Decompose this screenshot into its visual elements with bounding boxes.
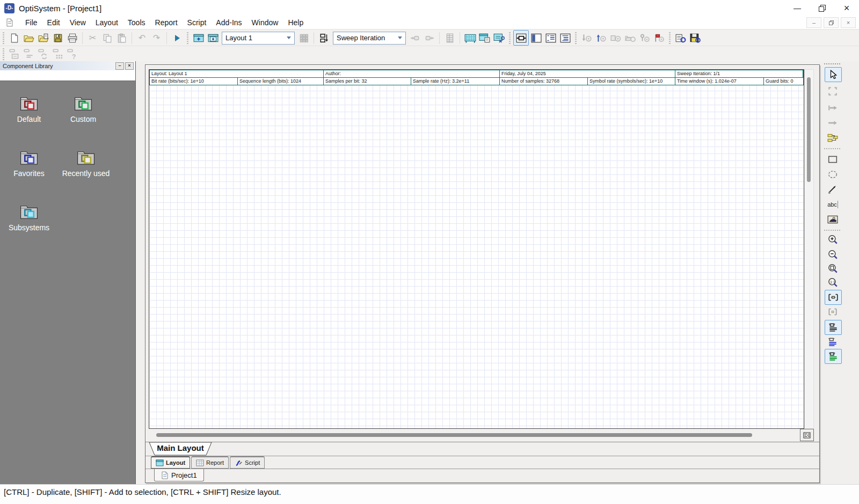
save-button[interactable] xyxy=(50,31,65,45)
menu-help[interactable]: Help xyxy=(283,17,308,28)
menu-window[interactable]: Window xyxy=(247,17,283,28)
script-component-button[interactable] xyxy=(608,31,623,45)
library-details-button[interactable] xyxy=(7,47,21,61)
new-project-button[interactable] xyxy=(7,31,21,45)
toolbar-grip[interactable] xyxy=(509,32,511,44)
library-icons-button[interactable] xyxy=(50,47,65,61)
copy-button[interactable] xyxy=(100,31,114,45)
folder-favorites[interactable]: Favorites xyxy=(2,149,56,178)
script-upload-button[interactable] xyxy=(594,31,608,45)
duplicate-layout-button[interactable] xyxy=(296,31,311,45)
script-download-button[interactable] xyxy=(579,31,594,45)
print-button[interactable] xyxy=(65,31,79,45)
new-layout-button[interactable] xyxy=(206,31,220,45)
folder-recently-used[interactable]: Recently used xyxy=(56,149,115,178)
script-key-button[interactable] xyxy=(637,31,652,45)
layout-window-button[interactable] xyxy=(191,31,206,45)
save-results-button[interactable] xyxy=(688,31,702,45)
minimize-button[interactable]: — xyxy=(785,0,810,16)
label-style-blue-button[interactable] xyxy=(825,335,841,349)
menu-file[interactable]: File xyxy=(20,17,42,28)
menu-add-ins[interactable]: Add-Ins xyxy=(211,17,246,28)
menu-tools[interactable]: Tools xyxy=(123,17,150,28)
folder-subsystems[interactable]: Subsystems xyxy=(2,203,56,232)
zoom-one-to-one-button[interactable]: 1:1 xyxy=(825,276,841,290)
tab-main-layout[interactable]: Main Layout xyxy=(149,442,212,456)
folder-default[interactable]: Default xyxy=(2,94,56,123)
calculation-schedules-button[interactable] xyxy=(673,31,688,45)
layout-page-setup-button[interactable] xyxy=(477,31,492,45)
paste-button[interactable] xyxy=(114,31,129,45)
parameter-table-button[interactable] xyxy=(442,31,457,45)
toolbar-grip[interactable] xyxy=(3,48,4,60)
zoom-in-button[interactable] xyxy=(825,233,841,247)
fit-vertical-button[interactable] xyxy=(825,305,841,319)
tab-report[interactable]: Report xyxy=(191,456,229,469)
rectangle-tool-button[interactable] xyxy=(825,152,841,166)
library-help-button[interactable]: ? xyxy=(65,47,79,61)
zoom-page-button[interactable] xyxy=(825,262,841,276)
select-tool-button[interactable] xyxy=(825,67,842,82)
menu-script[interactable]: Script xyxy=(183,17,212,28)
mdi-close-button[interactable]: × xyxy=(841,17,856,28)
sweep-mode-button[interactable] xyxy=(317,31,331,45)
connect-arrow-button[interactable] xyxy=(825,116,841,130)
tab-layout[interactable]: Layout xyxy=(151,456,190,469)
connect-after-button[interactable] xyxy=(825,101,841,115)
menu-view[interactable]: View xyxy=(65,17,91,28)
horizontal-scrollbar-thumb[interactable] xyxy=(156,433,752,437)
layout-properties-button[interactable] xyxy=(463,31,477,45)
text-tool-button[interactable]: abc xyxy=(825,198,841,211)
view-report-button[interactable] xyxy=(558,31,572,45)
ellipse-tool-button[interactable] xyxy=(825,167,841,181)
label-style-black-button[interactable] xyxy=(825,320,842,335)
menu-layout[interactable]: Layout xyxy=(91,17,123,28)
table-toggle-button[interactable] xyxy=(800,429,814,441)
menu-edit[interactable]: Edit xyxy=(42,17,65,28)
library-list-button[interactable] xyxy=(21,47,36,61)
open-project-button[interactable] xyxy=(21,31,36,45)
mdi-restore-button[interactable] xyxy=(824,17,839,28)
fit-horizontal-button[interactable] xyxy=(825,290,842,305)
previous-sweep-button[interactable] xyxy=(407,31,422,45)
view-details-button[interactable] xyxy=(513,30,529,46)
import-button[interactable] xyxy=(36,31,50,45)
script-flag-button[interactable] xyxy=(652,31,666,45)
undo-button[interactable]: ↶ xyxy=(135,31,149,45)
toolbar-grip[interactable] xyxy=(575,32,577,44)
restore-button[interactable] xyxy=(810,0,834,16)
component-library-header[interactable]: Component Library – × xyxy=(0,61,135,70)
line-tool-button[interactable] xyxy=(825,182,841,196)
horizontal-scrollbar[interactable] xyxy=(149,429,803,441)
tab-project1[interactable]: Project1 xyxy=(154,469,204,481)
label-style-green-button[interactable] xyxy=(825,349,842,364)
component-viewer-button[interactable] xyxy=(492,31,506,45)
folder-custom[interactable]: Custom xyxy=(56,94,110,123)
vertical-scrollbar[interactable] xyxy=(804,69,814,429)
next-sweep-button[interactable] xyxy=(422,31,436,45)
panel-collapse-button[interactable]: – xyxy=(115,62,124,70)
select-area-button[interactable] xyxy=(825,84,841,98)
zoom-out-button[interactable] xyxy=(825,248,841,262)
palette-grip[interactable] xyxy=(824,63,841,64)
redo-button[interactable]: ↷ xyxy=(149,31,164,45)
toolbar-grip[interactable] xyxy=(3,32,4,44)
menu-report[interactable]: Report xyxy=(150,17,183,28)
view-list-button[interactable] xyxy=(543,31,558,45)
cut-button[interactable]: ✂ xyxy=(85,31,100,45)
sweep-select[interactable]: Sweep Iteration xyxy=(333,32,406,45)
library-refresh-button[interactable] xyxy=(36,47,50,61)
calculate-play-button[interactable] xyxy=(170,31,184,45)
script-open-button[interactable] xyxy=(623,31,637,45)
layout-canvas[interactable]: Layout: Layout 1 Author: Friday, July 04… xyxy=(149,69,804,429)
tab-script[interactable]: Script xyxy=(230,456,265,469)
mdi-minimize-button[interactable]: – xyxy=(806,17,821,28)
toolbar-grip[interactable] xyxy=(669,32,671,44)
layout-select[interactable]: Layout 1 xyxy=(222,32,295,45)
toolbar-grip[interactable] xyxy=(187,32,188,44)
auto-connect-button[interactable] xyxy=(825,131,841,145)
view-split-button[interactable] xyxy=(529,31,543,45)
close-button[interactable]: × xyxy=(834,0,859,16)
panel-close-button[interactable]: × xyxy=(125,62,134,70)
image-tool-button[interactable] xyxy=(825,213,841,227)
